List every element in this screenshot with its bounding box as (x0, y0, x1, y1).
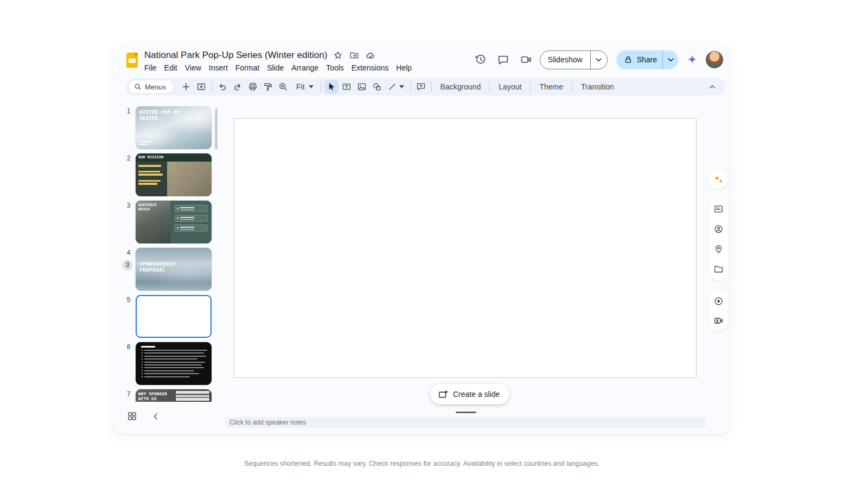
slide-thumbnail-1[interactable]: 1 WINTER POP-UP SERIES (122, 106, 219, 149)
map-pin-icon[interactable] (710, 240, 727, 258)
undo-icon[interactable] (215, 80, 229, 94)
text-line (141, 346, 155, 348)
menu-extensions[interactable]: Extensions (348, 62, 392, 73)
create-slide-button[interactable]: Create a slide (430, 384, 509, 404)
theme-button[interactable]: Theme (533, 80, 569, 94)
lock-icon (624, 55, 633, 64)
slides-app-icon[interactable] (126, 53, 138, 68)
search-icon (134, 83, 142, 91)
menu-slide[interactable]: Slide (263, 62, 288, 73)
thumbnail-art[interactable]: WHY SPONSOR WITH US (136, 389, 212, 402)
menu-arrange[interactable]: Arrange (288, 62, 322, 73)
share-dropdown-icon[interactable] (663, 50, 678, 69)
text-line (139, 141, 152, 142)
comments-icon[interactable] (492, 50, 515, 69)
collapse-toolbar-icon[interactable] (705, 80, 719, 94)
insert-comment-icon[interactable] (414, 80, 428, 94)
text-line (138, 171, 160, 173)
new-slide-button[interactable] (179, 80, 193, 94)
thumbnail-art[interactable]: WINTER POP-UP SERIES (136, 106, 212, 149)
version-history-icon[interactable] (469, 50, 492, 69)
toolbar-divider (431, 81, 432, 92)
logo-fold (135, 53, 138, 56)
filmstrip-scrollbar[interactable] (215, 108, 218, 150)
filmstrip-controls (127, 411, 160, 421)
side-panel-tools (709, 290, 728, 331)
zoom-icon[interactable] (276, 80, 290, 94)
text-line (139, 144, 149, 145)
contacts-icon[interactable] (710, 221, 727, 238)
insert-line-icon[interactable] (385, 80, 407, 94)
menu-format[interactable]: Format (232, 62, 263, 73)
share-button[interactable]: Share (616, 50, 678, 69)
folder-icon[interactable] (710, 260, 727, 278)
stats-panel (170, 201, 212, 243)
gemini-icon[interactable] (681, 50, 703, 69)
add-slide-icon (438, 389, 448, 400)
menu-view[interactable]: View (181, 62, 205, 73)
insert-image-icon[interactable] (355, 80, 369, 94)
insert-shape-icon[interactable] (370, 80, 384, 94)
notes-card-icon[interactable] (710, 201, 727, 218)
select-tool-icon[interactable] (324, 80, 339, 94)
move-folder-icon[interactable] (349, 50, 360, 61)
stat-box (175, 224, 208, 232)
slide-number: 1 (122, 106, 136, 149)
slideshow-label: Slideshow (540, 55, 590, 64)
text-box-icon[interactable] (340, 80, 354, 94)
thumbnail-art[interactable]: OUR MISSION (136, 153, 212, 196)
thumbnail-selected[interactable] (136, 295, 212, 338)
camera-present-icon[interactable] (710, 312, 727, 329)
menu-help[interactable]: Help (392, 62, 416, 73)
layout-button[interactable]: Layout (493, 80, 527, 94)
meet-camera-icon[interactable] (515, 50, 538, 69)
stat-box (175, 205, 208, 212)
thumbnail-art[interactable]: SPONSORSHIP PROPOSAL (136, 248, 212, 291)
slideshow-dropdown-icon[interactable] (591, 51, 607, 69)
text-line (144, 350, 207, 351)
slide-thumbnail-4[interactable]: 4 3 SPONSORSHIP PROPOSAL (122, 248, 219, 291)
slide-thumbnail-6[interactable]: 6 (122, 342, 219, 385)
menubar: File Edit View Insert Format Slide Arran… (141, 62, 416, 73)
text-line (144, 367, 204, 368)
thumbnail-art[interactable] (136, 342, 212, 385)
menu-insert[interactable]: Insert (205, 62, 232, 73)
slide-thumbnail-7[interactable]: 7 WHY SPONSOR WITH US (122, 389, 219, 402)
paint-format-icon[interactable] (261, 80, 275, 94)
background-button[interactable]: Background (435, 80, 487, 94)
menu-file[interactable]: File (141, 62, 161, 73)
document-title[interactable]: National Park Pop-Up Series (Winter edit… (144, 50, 327, 61)
star-icon[interactable] (333, 50, 343, 61)
menu-edit[interactable]: Edit (161, 62, 181, 73)
slide-canvas[interactable] (234, 118, 697, 378)
cloud-status-icon[interactable] (365, 50, 376, 61)
speaker-notes-input[interactable]: Click to add speaker notes (226, 417, 706, 428)
avatar[interactable] (706, 51, 723, 68)
gemini-side-panel-button[interactable] (709, 170, 728, 189)
slide-thumbnail-3[interactable]: 3 AUDIENCE REACH (122, 201, 219, 243)
slideshow-button[interactable]: Slideshow (540, 50, 608, 69)
slide-thumbnail-5[interactable]: 5 (122, 295, 219, 338)
logo-bar (129, 59, 136, 63)
menus-label: Menus (145, 83, 166, 91)
collapse-filmstrip-icon[interactable] (151, 412, 160, 421)
title-area: National Park Pop-Up Series (Winter edit… (144, 49, 416, 73)
print-icon[interactable] (246, 80, 260, 94)
transition-button[interactable]: Transition (575, 80, 620, 94)
slide-number: 2 (122, 153, 136, 196)
toolbar-divider (489, 81, 490, 92)
text-column (136, 162, 167, 196)
add-template-icon[interactable] (194, 80, 208, 94)
record-icon[interactable] (710, 292, 727, 310)
slide-number: 5 (122, 295, 136, 338)
notes-resize-handle[interactable] (456, 412, 476, 413)
zoom-select[interactable]: Fit (291, 80, 318, 94)
grid-view-icon[interactable] (127, 411, 137, 421)
menu-tools[interactable]: Tools (322, 62, 348, 73)
redo-icon[interactable] (231, 80, 245, 94)
slide-thumbnail-2[interactable]: 2 OUR MISSION (122, 153, 219, 196)
title-band: OUR MISSION (136, 153, 212, 162)
thumbnail-art[interactable]: AUDIENCE REACH (136, 201, 212, 243)
menus-search-button[interactable]: Menus (128, 80, 174, 94)
table-row (176, 395, 209, 397)
